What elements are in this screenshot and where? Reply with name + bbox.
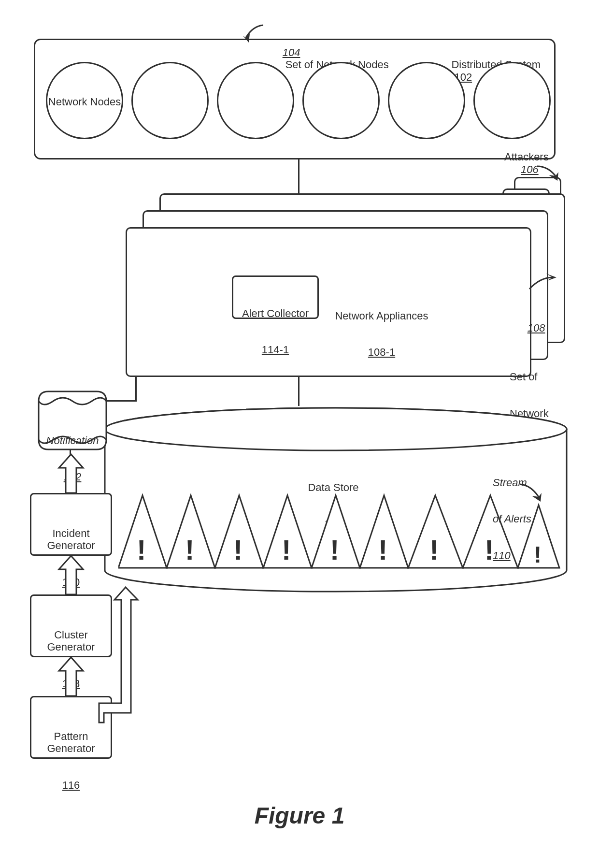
figure-canvas: Distributed System 102 104 Set of Networ… xyxy=(0,0,599,868)
ds-to-appliance-line xyxy=(298,159,300,193)
appliance-to-datastore-line xyxy=(298,377,300,406)
stream-line2: of Alerts xyxy=(493,513,531,525)
arrow-cluster-to-incident xyxy=(59,556,83,594)
alert-exclam-3: ! xyxy=(233,534,242,566)
network-appliance-1-label: Network Appliances 108-1 xyxy=(328,285,435,383)
arrow-pattern-to-cluster xyxy=(59,657,83,696)
network-node-3 xyxy=(217,62,294,139)
arrow-incident-to-notification xyxy=(59,454,83,493)
attackers-title: Attackers xyxy=(504,151,549,163)
callout-104-pointer xyxy=(243,23,265,43)
callout-108-ref: 108 xyxy=(528,322,545,334)
svg-marker-12 xyxy=(59,657,83,696)
alert-exclam-1: ! xyxy=(137,534,146,566)
alert-exclam-7: ! xyxy=(429,534,439,566)
stream-of-alerts-callout: Stream of Alerts 110 xyxy=(493,452,531,586)
alert-collector-title: Alert Collector xyxy=(232,307,319,319)
network-nodes-label: Network Nodes xyxy=(46,96,123,108)
network-appliance-1-ref: 108-1 xyxy=(328,346,435,358)
network-node-2 xyxy=(131,62,209,139)
network-node-5 xyxy=(388,62,465,139)
svg-marker-11 xyxy=(59,556,83,594)
svg-marker-13 xyxy=(59,454,83,493)
network-node-4 xyxy=(302,62,380,139)
alert-exclam-2: ! xyxy=(185,534,194,566)
incident-generator-title: Incident Generator xyxy=(30,527,112,552)
alert-exclam-9: ! xyxy=(534,541,542,568)
figure-caption: Figure 1 xyxy=(0,802,599,829)
alert-exclam-6: ! xyxy=(378,534,387,566)
svg-point-1 xyxy=(105,408,567,450)
alert-collector-label: Alert Collector 114-1 xyxy=(232,283,319,380)
alert-collector-ref: 114-1 xyxy=(232,344,319,356)
attackers-pointer xyxy=(536,164,560,181)
network-node-6 xyxy=(473,62,551,139)
arrow-datastore-to-pattern xyxy=(99,587,138,727)
datastore-to-pattern-stub xyxy=(112,723,122,724)
appliance-to-incident-line-v xyxy=(135,377,137,401)
stream-ref: 110 xyxy=(493,550,531,562)
callout-108-line1: Set of xyxy=(510,371,562,383)
notification-title: Notification xyxy=(34,434,111,447)
callout-108-pointer xyxy=(528,275,557,292)
pattern-generator-title: Pattern Generator xyxy=(30,730,112,755)
svg-marker-14 xyxy=(99,587,138,723)
alert-exclam-5: ! xyxy=(330,534,339,566)
callout-104-ref: 104 xyxy=(283,46,300,58)
alert-exclam-4: ! xyxy=(282,534,291,566)
pattern-generator-ref: 116 xyxy=(30,779,112,791)
network-appliance-1-title: Network Appliances xyxy=(328,310,435,322)
stream-pointer xyxy=(519,483,548,503)
